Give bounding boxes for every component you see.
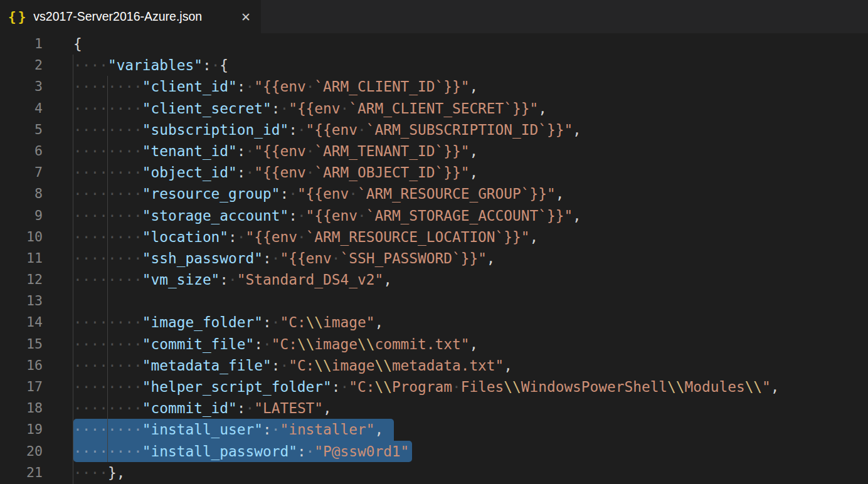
line-number[interactable]: 7: [0, 162, 43, 183]
code-text[interactable]: ········"object_id":·"{{env·`ARM_OBJECT_…: [43, 162, 478, 183]
code-text[interactable]: ········"vm_size":·"Standard_DS4_v2",: [43, 269, 392, 290]
code-line[interactable]: 12········"vm_size":·"Standard_DS4_v2",: [0, 269, 868, 290]
code-text[interactable]: ········"client_secret":·"{{env·`ARM_CLI…: [43, 98, 547, 119]
tab-vs2017-server2016-azure[interactable]: {} vs2017-Server2016-Azure.json ✕: [0, 0, 261, 33]
punctuation: :: [228, 229, 237, 245]
punctuation: ,: [771, 379, 780, 395]
code-editor[interactable]: 1{2····"variables":·{3········"client_id…: [0, 33, 868, 484]
punctuation: {: [73, 36, 82, 52]
code-line[interactable]: 8········"resource_group":·"{{env·`ARM_R…: [0, 183, 868, 204]
line-number[interactable]: 9: [0, 205, 43, 226]
whitespace-dots: ········: [73, 400, 142, 416]
code-text[interactable]: ········"storage_account":·"{{env·`ARM_S…: [43, 205, 581, 226]
code-text[interactable]: ········"commit_id":·"LATEST",: [43, 397, 332, 419]
code-line[interactable]: 1{: [0, 33, 868, 55]
code-line[interactable]: 5········"subscription_id":·"{{env·`ARM_…: [0, 119, 868, 140]
code-line[interactable]: 19········"install_user":·"installer",: [0, 419, 868, 440]
code-text[interactable]: ········"location":·"{{env·`ARM_RESOURCE…: [43, 226, 538, 248]
whitespace-dots: ·: [341, 379, 349, 395]
line-number[interactable]: 10: [0, 226, 43, 248]
code-text[interactable]: [43, 290, 73, 312]
code-text[interactable]: ········"commit_file":·"C:\\image\\commi…: [43, 334, 478, 355]
json-string-value: "C:: [280, 314, 305, 330]
code-text[interactable]: ········"image_folder":·"C:\\image",: [43, 312, 383, 333]
json-string-value: "{{env: [306, 122, 357, 138]
punctuation: :: [237, 164, 246, 181]
punctuation: },: [108, 465, 125, 481]
whitespace-dots: ·: [272, 421, 280, 438]
code-text[interactable]: ········"ssh_password":·"{{env·`SSH_PASS…: [43, 248, 495, 269]
line-number[interactable]: 15: [0, 334, 43, 355]
code-text[interactable]: ····},: [43, 462, 125, 483]
whitespace-dots: ········: [73, 379, 142, 395]
code-line[interactable]: 10········"location":·"{{env·`ARM_RESOUR…: [0, 226, 868, 248]
line-number[interactable]: 18: [0, 397, 43, 419]
line-number[interactable]: 21: [0, 462, 43, 483]
line-number[interactable]: 5: [0, 119, 43, 140]
code-text[interactable]: ········"subscription_id":·"{{env·`ARM_S…: [43, 119, 581, 140]
line-number[interactable]: 20: [0, 441, 43, 462]
line-number[interactable]: 4: [0, 98, 43, 119]
code-text[interactable]: {: [43, 33, 82, 55]
escape-sequence: \\: [374, 379, 391, 395]
code-line[interactable]: 11········"ssh_password":·"{{env·`SSH_PA…: [0, 248, 868, 269]
line-number[interactable]: 16: [0, 355, 43, 376]
code-line[interactable]: 14········"image_folder":·"C:\\image",: [0, 312, 868, 333]
code-text[interactable]: ········"client_id":·"{{env·`ARM_CLIENT_…: [43, 76, 478, 97]
code-line[interactable]: 13: [0, 290, 868, 312]
line-number[interactable]: 2: [0, 55, 43, 76]
code-line[interactable]: 16········"metadata_file":·"C:\\image\\m…: [0, 355, 868, 376]
code-text[interactable]: ········"resource_group":·"{{env·`ARM_RE…: [43, 183, 564, 204]
line-number[interactable]: 6: [0, 140, 43, 162]
punctuation: ,: [529, 229, 538, 245]
code-text[interactable]: ········"tenant_id":·"{{env·`ARM_TENANT_…: [43, 140, 478, 162]
whitespace-dots: ········: [73, 336, 142, 352]
punctuation: {: [220, 57, 228, 73]
code-line[interactable]: 21····},: [0, 462, 868, 483]
punctuation: :: [237, 78, 246, 95]
punctuation: ,: [556, 186, 564, 202]
json-key: "client_secret": [142, 100, 272, 117]
escape-sequence: \\: [667, 379, 684, 395]
line-number[interactable]: 14: [0, 312, 43, 333]
code-text[interactable]: ········"install_user":·"installer",: [43, 419, 394, 440]
line-number[interactable]: 13: [0, 290, 43, 312]
line-number[interactable]: 11: [0, 248, 43, 269]
whitespace-dots: ·: [246, 78, 255, 95]
whitespace-dots: ·: [228, 271, 237, 288]
line-number[interactable]: 17: [0, 376, 43, 397]
line-number[interactable]: 8: [0, 183, 43, 204]
line-number[interactable]: 3: [0, 76, 43, 97]
json-string-value: metadata.txt": [392, 357, 504, 374]
code-line[interactable]: 7········"object_id":·"{{env·`ARM_OBJECT…: [0, 162, 868, 183]
whitespace-dots: ·: [341, 100, 349, 117]
punctuation: :: [288, 122, 297, 138]
code-line[interactable]: 9········"storage_account":·"{{env·`ARM_…: [0, 205, 868, 226]
whitespace-dots: ·: [280, 100, 288, 117]
code-line[interactable]: 15········"commit_file":·"C:\\image\\com…: [0, 334, 868, 355]
json-string-value: `ARM_RESOURCE_LOCATION`}}": [306, 229, 530, 245]
whitespace-dots: ·: [246, 143, 255, 159]
code-text[interactable]: ····"variables":·{: [43, 55, 228, 76]
punctuation: ,: [573, 122, 581, 138]
punctuation: ,: [469, 336, 478, 352]
code-text[interactable]: ········"helper_script_folder":·"C:\\Pro…: [43, 376, 780, 397]
code-text[interactable]: ········"install_password":·"P@ssw0rd1": [43, 441, 412, 462]
json-key: "install_password": [142, 443, 297, 460]
code-line[interactable]: 3········"client_id":·"{{env·`ARM_CLIENT…: [0, 76, 868, 97]
code-line[interactable]: 20········"install_password":·"P@ssw0rd1…: [0, 441, 868, 462]
code-line[interactable]: 17········"helper_script_folder":·"C:\\P…: [0, 376, 868, 397]
line-number[interactable]: 12: [0, 269, 43, 290]
line-number[interactable]: 19: [0, 419, 43, 440]
json-string-value: `SSH_PASSWORD`}}": [341, 250, 487, 266]
code-line[interactable]: 6········"tenant_id":·"{{env·`ARM_TENANT…: [0, 140, 868, 162]
code-text[interactable]: ········"metadata_file":·"C:\\image\\met…: [43, 355, 512, 376]
json-key: "install_user": [142, 421, 263, 438]
json-key: "tenant_id": [142, 143, 237, 159]
line-number[interactable]: 1: [0, 33, 43, 55]
close-tab-icon[interactable]: ✕: [241, 10, 251, 24]
code-line[interactable]: 18········"commit_id":·"LATEST",: [0, 397, 868, 419]
punctuation: :: [203, 57, 211, 73]
code-line[interactable]: 4········"client_secret":·"{{env·`ARM_CL…: [0, 98, 868, 119]
code-line[interactable]: 2····"variables":·{: [0, 55, 868, 76]
